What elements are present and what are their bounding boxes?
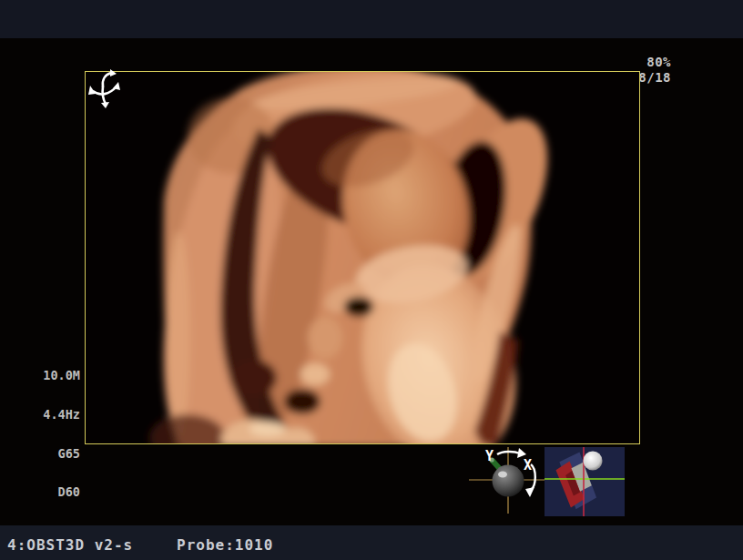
param-value: 10.0M [0,369,80,382]
param-value: G65 [0,447,80,460]
top-bar [0,0,743,38]
axis-x-label: X [524,457,532,473]
rotation-cursor-icon[interactable] [88,68,121,108]
fetal-3d-render [86,72,639,443]
orientation-ball-widget: Y X [469,443,551,517]
mode-label: 4:OBST3D v2-s [7,536,133,554]
param-value: 4.4Hz [0,408,80,421]
mpr-orientation-box [545,447,625,516]
status-bar: 4:OBST3D v2-s Probe:1010 [0,525,743,560]
axis-y-label: Y [485,448,494,464]
ultrasound-screen: 80% 18/18 10.0M 4.4Hz G65 D60 OP15 Th.L3… [0,0,743,560]
probe-label: Probe:1010 [177,536,273,554]
gain-percent: 80% [630,55,671,70]
reference-ball-icon [584,452,603,471]
param-value: D60 [0,485,80,498]
ball-highlight [498,472,507,478]
rotate-y-arrow-icon [497,448,526,458]
probe-orientation-ball [493,465,524,497]
probe-stem [493,461,500,469]
render-viewport[interactable] [85,71,640,444]
